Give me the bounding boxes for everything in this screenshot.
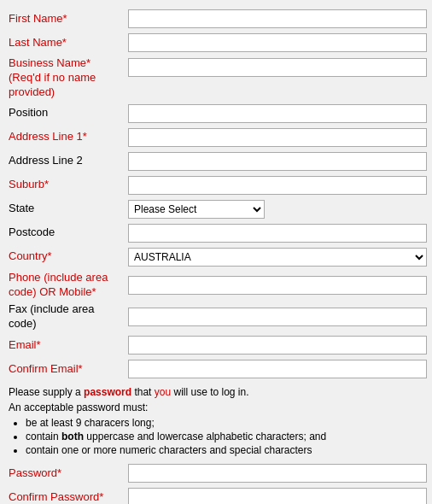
postcode-input[interactable] <box>128 224 427 243</box>
confirm-email-input[interactable] <box>128 360 427 378</box>
password-label: Password* <box>9 466 128 481</box>
suburb-label: Suburb* <box>9 178 128 192</box>
confirm-email-label: Confirm Email* <box>9 362 128 377</box>
confirm-email-row: Confirm Email* <box>9 359 427 379</box>
confirm-password-label: Confirm Password* <box>9 490 128 504</box>
email-row: Email* <box>9 335 427 355</box>
first-name-label: First Name* <box>9 12 128 26</box>
password-info-line2: An acceptable password must: <box>9 401 427 413</box>
position-input[interactable] <box>128 104 427 123</box>
phone-input[interactable] <box>128 276 427 295</box>
address1-label: Address Line 1* <box>9 130 128 144</box>
address2-label: Address Line 2 <box>9 154 128 168</box>
business-name-label: Business Name* (Req'd if no name provide… <box>9 56 128 100</box>
position-label: Position <box>9 106 128 120</box>
confirm-password-row: Confirm Password* <box>9 487 427 504</box>
last-name-row: Last Name* <box>9 32 427 53</box>
password-input[interactable] <box>128 464 427 483</box>
password-req-1: be at least 9 characers long; <box>26 417 427 429</box>
business-name-row: Business Name* (Req'd if no name provide… <box>9 56 427 100</box>
password-req-3: contain one or more numeric characters a… <box>26 444 427 456</box>
country-select[interactable]: AUSTRALIA <box>128 248 427 267</box>
registration-form: First Name* Last Name* Business Name* (R… <box>9 9 427 504</box>
last-name-input[interactable] <box>128 33 427 52</box>
business-name-input[interactable] <box>128 58 427 77</box>
first-name-input[interactable] <box>128 9 427 28</box>
phone-row: Phone (include area code) OR Mobile* <box>9 271 427 300</box>
password-requirements: be at least 9 characers long; contain bo… <box>26 417 427 456</box>
address1-row: Address Line 1* <box>9 127 427 148</box>
address2-input[interactable] <box>128 152 427 171</box>
country-row: Country* AUSTRALIA <box>9 247 427 267</box>
password-info-line1: Please supply a password that you will u… <box>9 386 427 398</box>
position-row: Position <box>9 103 427 124</box>
first-name-row: First Name* <box>9 9 427 29</box>
address2-row: Address Line 2 <box>9 151 427 172</box>
postcode-row: Postcode <box>9 223 427 243</box>
state-row: State Please Select <box>9 199 427 220</box>
password-info: Please supply a password that you will u… <box>9 386 427 456</box>
country-label: Country* <box>9 249 128 264</box>
state-label: State <box>9 202 128 216</box>
state-select[interactable]: Please Select <box>128 200 265 219</box>
password-req-2: contain both uppercase and lowercase alp… <box>26 431 427 442</box>
password-row: Password* <box>9 463 427 483</box>
phone-label: Phone (include area code) OR Mobile* <box>9 271 128 300</box>
confirm-password-input[interactable] <box>128 488 427 504</box>
fax-input[interactable] <box>128 308 427 326</box>
last-name-label: Last Name* <box>9 36 128 50</box>
postcode-label: Postcode <box>9 226 128 240</box>
fax-label: Fax (include area code) <box>9 302 128 331</box>
address1-input[interactable] <box>128 128 427 147</box>
suburb-row: Suburb* <box>9 175 427 196</box>
email-input[interactable] <box>128 336 427 355</box>
email-label: Email* <box>9 338 128 353</box>
suburb-input[interactable] <box>128 176 427 195</box>
fax-row: Fax (include area code) <box>9 302 427 331</box>
